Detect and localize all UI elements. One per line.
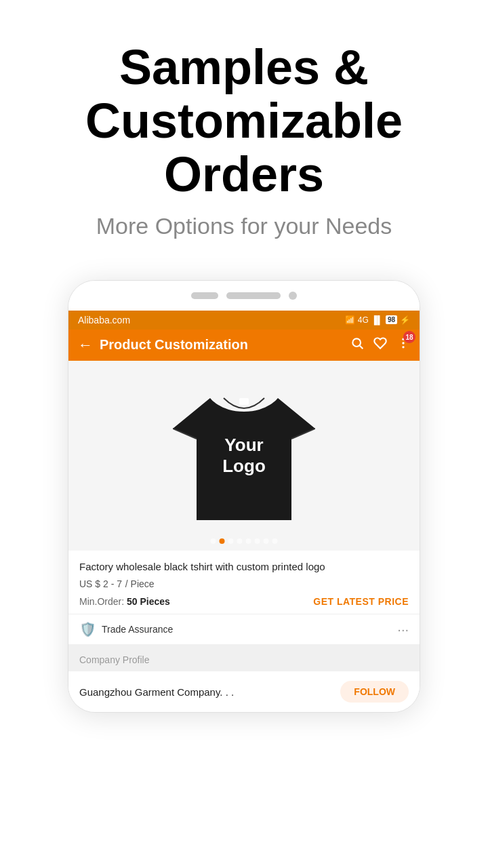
image-carousel-dots [211,538,278,544]
tshirt-text-line1: Your [222,434,266,455]
battery-icon: 98 [386,315,397,324]
notification-badge: 18 [403,331,415,343]
product-info: Factory wholesale black tshirt with cust… [68,551,420,614]
trade-more-button[interactable]: ··· [397,622,409,637]
company-section: Company Profile Guangzhou Garment Compan… [68,644,420,712]
trade-assurance-bar: 🛡️ Trade Assurance ··· [68,614,420,644]
svg-point-4 [402,346,404,348]
dot-2-active [220,538,225,544]
product-price: US $ 2 - 7 / Piece [79,577,409,591]
company-row: Guangzhou Garment Company. . . FOLLOW [68,671,420,712]
status-icons: 📶 4G ▐▌ 98 ⚡ [345,315,410,325]
company-name: Guangzhou Garment Company. . . [79,686,234,698]
dot-8 [272,538,278,544]
top-nav: ← Product Customization 18 [68,330,420,361]
hero-section: Samples & Customizable Orders More Optio… [0,0,488,260]
dot-5 [246,538,251,544]
wishlist-button[interactable] [373,336,387,353]
follow-button[interactable]: FOLLOW [340,681,409,703]
svg-point-0 [352,338,361,347]
trade-assurance-left: 🛡️ Trade Assurance [79,621,173,637]
svg-point-3 [402,342,404,344]
hero-subtitle: More Options for your Needs [27,213,461,239]
svg-rect-5 [239,398,249,405]
notch-dot [289,292,297,300]
dot-7 [264,538,269,544]
signal-bars: ▐▌ [371,315,383,325]
back-button[interactable]: ← [78,336,93,354]
status-bar: Alibaba.com 📶 4G ▐▌ 98 ⚡ [68,311,420,330]
company-profile-label: Company Profile [79,654,150,665]
min-order: Min.Order: 50 Pieces [79,596,170,607]
product-name: Factory wholesale black tshirt with cust… [79,560,409,574]
notch-pill-2 [226,292,281,299]
nav-title: Product Customization [100,337,344,353]
trade-assurance-label: Trade Assurance [102,624,173,635]
dot-3 [228,538,234,544]
get-latest-price-button[interactable]: GET LATEST PRICE [313,596,409,607]
search-button[interactable] [350,336,364,353]
signal-icon: 4G [358,315,369,325]
hero-title: Samples & Customizable Orders [27,41,461,202]
company-header: Company Profile [68,644,420,671]
dot-4 [237,538,243,544]
product-image-area: Your Logo [68,361,420,551]
more-button[interactable]: 18 [396,336,410,353]
status-url: Alibaba.com [78,315,130,326]
notch-area [68,281,420,311]
shield-icon: 🛡️ [79,621,96,637]
wifi-icon: 📶 [345,315,355,325]
dot-6 [255,538,260,544]
notch-pill-1 [191,292,218,299]
dot-1 [211,538,216,544]
product-meta: Min.Order: 50 Pieces GET LATEST PRICE [79,596,409,607]
nav-icons: 18 [350,336,410,353]
tshirt-text-line2: Logo [222,456,266,477]
phone-frame: Alibaba.com 📶 4G ▐▌ 98 ⚡ ← Product Custo… [68,280,420,713]
charging-icon: ⚡ [400,315,410,325]
svg-line-1 [360,346,363,349]
